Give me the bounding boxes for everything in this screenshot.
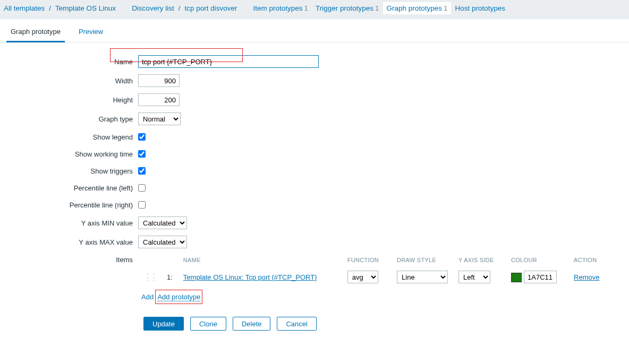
add-prototype-link[interactable]: Add prototype [157,293,200,301]
function-select[interactable]: avg [347,271,378,283]
tab-trigger-prototypes[interactable]: Trigger prototypes1 [312,2,383,14]
graph-type-select[interactable]: Normal [138,112,181,125]
name-input[interactable] [138,55,319,68]
subtab-preview[interactable]: Preview [74,24,107,42]
label-show-legend: Show legend [0,133,138,141]
label-name: Name [0,58,138,66]
remove-link[interactable]: Remove [574,273,599,281]
colour-swatch[interactable] [511,273,522,282]
label-width: Width [0,77,138,85]
height-input[interactable] [138,93,180,106]
width-input[interactable] [138,74,180,87]
item-link[interactable]: Template OS Linux: Tcp port {#TCP_PORT} [183,273,317,281]
show-legend-checkbox[interactable] [138,133,146,141]
label-ymin: Y axis MIN value [0,219,138,227]
crumb-all-templates[interactable]: All templates [0,2,48,14]
col-function: FUNCTION [342,255,392,267]
clone-button[interactable]: Clone [190,317,226,331]
item-row: ⋮⋮ 1: Template OS Linux: Tcp port {#TCP_… [138,267,606,287]
delete-button[interactable]: Delete [233,317,271,331]
items-footer: Add Add prototype [138,287,611,303]
crumb-template[interactable]: Template OS Linux [52,2,120,14]
label-graph-type: Graph type [0,115,138,123]
graph-prototype-form: Name Width Height Graph type Normal Show… [0,42,611,352]
drag-handle-icon[interactable]: ⋮⋮ [143,273,156,282]
show-working-time-checkbox[interactable] [138,150,146,158]
items-table: NAME FUNCTION DRAW STYLE Y AXIS SIDE COL… [138,255,606,287]
cancel-button[interactable]: Cancel [277,317,316,331]
col-name: NAME [178,255,342,267]
label-show-triggers: Show triggers [0,167,138,175]
col-yaxis-side: Y AXIS SIDE [453,255,506,267]
label-items: Items [0,255,138,264]
percentile-right-checkbox[interactable] [138,201,146,209]
label-percentile-right: Percentile line (right) [0,201,138,209]
col-action: ACTION [568,255,606,267]
ymax-select[interactable]: Calculated [138,236,187,248]
draw-style-select[interactable]: Line [397,271,448,283]
tab-item-prototypes[interactable]: Item prototypes1 [249,2,312,14]
show-triggers-checkbox[interactable] [138,167,146,175]
add-item-link[interactable]: Add [141,293,154,301]
ymin-select[interactable]: Calculated [138,216,187,229]
form-subtabs: Graph prototype Preview [0,24,629,42]
label-show-working-time: Show working time [0,150,138,158]
row-number: 1: [167,273,173,281]
col-colour: COLOUR [506,255,568,267]
col-draw-style: DRAW STYLE [392,255,453,267]
label-ymax: Y axis MAX value [0,238,138,246]
tab-graph-prototypes[interactable]: Graph prototypes1 [383,2,452,14]
colour-input[interactable] [524,271,557,283]
subtab-graph-prototype[interactable]: Graph prototype [6,24,65,42]
update-button[interactable]: Update [143,317,184,331]
crumb-discovery-list[interactable]: Discovery list [128,2,178,14]
label-percentile-left: Percentile line (left) [0,184,138,192]
label-height: Height [0,96,138,104]
breadcrumb-bar: All templates / Template OS Linux Discov… [0,0,629,19]
button-row: Update Clone Delete Cancel [0,317,611,331]
tab-host-prototypes[interactable]: Host prototypes [451,2,511,14]
yaxis-side-select[interactable]: Left [458,271,490,283]
crumb-rule[interactable]: tcp port disvover [181,2,241,14]
percentile-left-checkbox[interactable] [138,184,146,192]
